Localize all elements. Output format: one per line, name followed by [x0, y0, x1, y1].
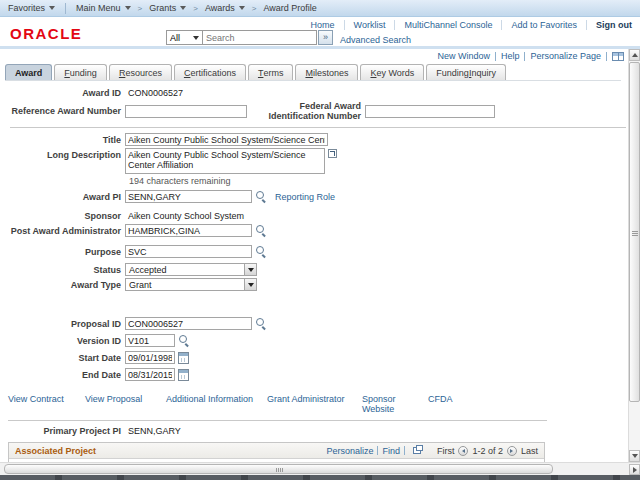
purpose-field[interactable]: [125, 245, 252, 258]
vertical-scrollbar[interactable]: [628, 49, 640, 462]
search-area: All » Advanced Search: [166, 30, 411, 45]
lookup-icon[interactable]: [254, 224, 267, 237]
tab-certifications[interactable]: Certifications: [174, 64, 246, 80]
search-input[interactable]: [203, 30, 317, 45]
award-type-dropdown[interactable]: Grant: [125, 278, 257, 291]
search-scope-select[interactable]: All: [166, 30, 203, 45]
find-link[interactable]: Find: [382, 446, 400, 456]
tab-key-words[interactable]: Key Words: [360, 64, 424, 80]
breadcrumb-label: Award Profile: [263, 3, 316, 13]
federal-award-id-field[interactable]: [365, 105, 495, 118]
expand-icon[interactable]: [328, 149, 337, 158]
breadcrumb-label: Grants: [149, 3, 176, 13]
lookup-icon[interactable]: [254, 190, 267, 203]
tab-resources[interactable]: Resources: [109, 64, 172, 80]
related-links-row: View Contract View Proposal Additional I…: [8, 394, 628, 414]
chevron-down-icon: [193, 36, 199, 40]
view-contract-link[interactable]: View Contract: [8, 394, 85, 414]
advanced-search-link[interactable]: Advanced Search: [340, 35, 411, 45]
view-proposal-link[interactable]: View Proposal: [85, 394, 166, 414]
previous-page-icon[interactable]: [458, 446, 468, 456]
scroll-up-icon[interactable]: [629, 49, 640, 61]
status-label: Status: [0, 265, 125, 275]
vertical-scrollbar-thumb[interactable]: [629, 62, 640, 402]
dropdown-arrow-icon: [244, 279, 256, 290]
scroll-down-icon[interactable]: [629, 450, 640, 462]
home-link[interactable]: Home: [302, 20, 345, 30]
characters-remaining-text: 194 characters remaining: [129, 176, 628, 186]
federal-award-id-label: Federal Award Identification Number: [247, 101, 365, 121]
grid-title: Associated Project: [15, 446, 96, 456]
sponsor-website-link[interactable]: Sponsor Website: [362, 394, 428, 414]
personalize-link[interactable]: Personalize: [326, 446, 373, 456]
horizontal-scrollbar[interactable]: [0, 462, 640, 475]
dropdown-arrow-icon: [244, 264, 256, 275]
add-to-favorites-link[interactable]: Add to Favorites: [502, 20, 587, 30]
breadcrumb-grants[interactable]: Grants: [149, 3, 186, 13]
tab-milestones[interactable]: Milestones: [295, 64, 358, 80]
grid-header-bar: Associated Project Personalize Find Firs…: [9, 443, 544, 459]
worklist-link[interactable]: Worklist: [345, 20, 396, 30]
last-page-link[interactable]: Last: [521, 446, 538, 456]
view-all-popup-icon[interactable]: [413, 447, 421, 454]
breadcrumb-separator-icon: >: [252, 4, 257, 13]
sponsor-value: Aiken County School System: [125, 211, 244, 221]
search-go-button[interactable]: »: [318, 30, 333, 45]
status-value: Accepted: [129, 265, 167, 275]
version-id-field[interactable]: [125, 334, 175, 347]
end-date-label: End Date: [0, 370, 125, 380]
breadcrumb-main-menu[interactable]: Main Menu: [76, 3, 131, 13]
horizontal-scrollbar-thumb[interactable]: [4, 464, 553, 474]
next-page-icon[interactable]: [507, 446, 517, 456]
tab-funding[interactable]: Funding: [54, 64, 107, 80]
grid-layout-icon[interactable]: [612, 52, 624, 61]
toolbar-separator: [404, 446, 405, 455]
proposal-id-field[interactable]: [125, 317, 252, 330]
multichannel-console-link[interactable]: MultiChannel Console: [395, 20, 502, 30]
tab-award[interactable]: Award: [5, 64, 52, 80]
help-link[interactable]: Help: [496, 51, 525, 61]
new-window-link[interactable]: New Window: [432, 51, 495, 61]
cfda-link[interactable]: CFDA: [428, 394, 453, 414]
tab-funding-inquiry[interactable]: Funding Inquiry: [426, 64, 506, 80]
lookup-icon[interactable]: [254, 317, 267, 330]
first-page-link[interactable]: First: [437, 446, 455, 456]
oracle-logo: ORACLE: [10, 25, 82, 42]
calendar-icon[interactable]: [178, 352, 189, 364]
lookup-icon[interactable]: [177, 334, 190, 347]
personalize-page-link[interactable]: Personalize Page: [525, 51, 606, 61]
title-field[interactable]: [125, 133, 328, 146]
lookup-icon[interactable]: [254, 245, 267, 258]
sign-out-link[interactable]: Sign out: [587, 20, 632, 30]
search-scope-value: All: [170, 33, 180, 43]
start-date-field[interactable]: [125, 351, 175, 364]
header-links: Home Worklist MultiChannel Console Add t…: [302, 20, 632, 30]
award-pi-field[interactable]: [125, 190, 252, 203]
breadcrumb-separator-icon: >: [138, 4, 143, 13]
chevron-down-icon: [180, 6, 186, 10]
grant-administrator-link[interactable]: Grant Administrator: [267, 394, 362, 414]
post-award-administrator-label: Post Award Administrator: [0, 226, 125, 236]
tab-terms[interactable]: Terms: [248, 64, 294, 80]
reporting-role-link[interactable]: Reporting Role: [275, 192, 335, 202]
breadcrumb-award-profile[interactable]: Award Profile: [263, 3, 316, 13]
grid-pager: First 1-2 of 2 Last: [437, 446, 538, 456]
long-description-field[interactable]: Aiken County Public School System/Scienc…: [125, 148, 325, 174]
status-dropdown[interactable]: Accepted: [125, 263, 257, 276]
header-divider: [0, 46, 640, 49]
scroll-right-icon[interactable]: [629, 464, 640, 475]
toolbar-separator: [606, 52, 607, 61]
primary-project-pi-label: Primary Project PI: [0, 426, 125, 436]
calendar-icon[interactable]: [178, 369, 189, 381]
reference-award-number-field[interactable]: [125, 105, 247, 118]
post-award-administrator-field[interactable]: [125, 224, 252, 237]
award-profile-page: Favorites Main Menu > Grants > Awards > …: [0, 0, 640, 480]
row-range-text: 1-2 of 2: [472, 446, 503, 456]
end-date-field[interactable]: [125, 368, 175, 381]
award-type-label: Award Type: [0, 280, 125, 290]
breadcrumb-label: Favorites: [8, 3, 45, 13]
additional-information-link[interactable]: Additional Information: [166, 394, 267, 414]
breadcrumb-separator-icon: >: [193, 4, 198, 13]
breadcrumb-awards[interactable]: Awards: [205, 3, 245, 13]
breadcrumb-favorites[interactable]: Favorites: [8, 3, 55, 13]
